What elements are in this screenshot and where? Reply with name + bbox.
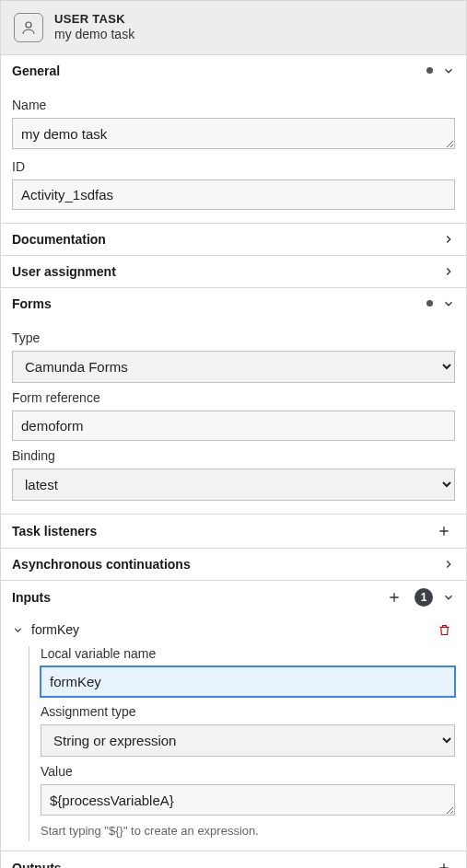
element-name-label: my demo task (54, 27, 134, 43)
section-user-assignment-header[interactable]: User assignment (1, 256, 466, 287)
element-type-label: USER TASK (54, 12, 134, 27)
section-forms-title: Forms (12, 296, 426, 311)
assignment-type-select[interactable]: String or expression (41, 724, 455, 757)
section-user-assignment: User assignment (1, 256, 466, 288)
inputs-count-badge: 1 (414, 588, 433, 607)
section-general: General Name my demo task ID (1, 55, 466, 224)
input-item: formKey Local variable name Assignment t… (1, 614, 466, 851)
add-input-button[interactable] (383, 588, 405, 607)
section-outputs-header[interactable]: Outputs (1, 851, 466, 868)
modified-dot-icon (426, 67, 433, 74)
section-user-assignment-title: User assignment (12, 264, 442, 279)
chevron-down-icon (442, 297, 455, 310)
section-task-listeners-header[interactable]: Task listeners (1, 515, 466, 548)
section-async-continuations-title: Asynchronous continuations (12, 557, 442, 572)
value-label: Value (41, 764, 455, 779)
form-reference-label: Form reference (12, 390, 455, 405)
section-task-listeners-title: Task listeners (12, 524, 433, 538)
section-documentation: Documentation (1, 224, 466, 256)
chevron-right-icon (442, 233, 455, 246)
local-variable-name-input[interactable] (41, 666, 455, 697)
local-variable-name-label: Local variable name (41, 646, 455, 661)
form-reference-input[interactable] (12, 411, 455, 441)
chevron-right-icon (442, 265, 455, 278)
chevron-down-icon (442, 64, 455, 77)
section-documentation-header[interactable]: Documentation (1, 224, 466, 255)
panel-header: USER TASK my demo task (1, 0, 466, 55)
trash-icon (438, 623, 451, 637)
binding-select[interactable]: latest (12, 469, 455, 501)
add-task-listener-button[interactable] (433, 522, 455, 540)
binding-label: Binding (12, 448, 455, 463)
plus-icon (437, 861, 451, 868)
input-item-name: formKey (31, 622, 426, 637)
section-async-continuations-header[interactable]: Asynchronous continuations (1, 549, 466, 580)
form-type-label: Type (12, 330, 455, 345)
section-outputs-title: Outputs (12, 861, 433, 868)
value-input[interactable]: ${processVariableA} (41, 784, 455, 816)
chevron-down-icon (12, 624, 24, 636)
user-task-icon (14, 13, 43, 42)
expression-hint: Start typing "${}" to create an expressi… (41, 824, 455, 838)
name-input[interactable]: my demo task (12, 118, 455, 149)
section-general-header[interactable]: General (1, 55, 466, 87)
section-forms-header[interactable]: Forms (1, 288, 466, 319)
section-inputs-header[interactable]: Inputs 1 (1, 581, 466, 614)
section-inputs: Inputs 1 formKey (1, 581, 466, 851)
section-outputs: Outputs (1, 851, 466, 868)
delete-input-button[interactable] (434, 621, 455, 639)
add-output-button[interactable] (433, 859, 455, 868)
form-type-select[interactable]: Camunda Forms (12, 351, 455, 383)
section-forms: Forms Type Camunda Forms Form reference … (1, 288, 466, 515)
section-async-continuations: Asynchronous continuations (1, 549, 466, 581)
chevron-down-icon (442, 591, 455, 604)
chevron-right-icon (442, 558, 455, 571)
section-task-listeners: Task listeners (1, 515, 466, 549)
section-general-title: General (12, 64, 426, 78)
plus-icon (387, 590, 402, 605)
plus-icon (437, 524, 451, 538)
id-label: ID (12, 159, 455, 174)
section-documentation-title: Documentation (12, 232, 442, 247)
assignment-type-label: Assignment type (41, 704, 455, 719)
svg-point-0 (26, 22, 31, 28)
id-input[interactable] (12, 179, 455, 210)
input-item-header[interactable]: formKey (12, 618, 455, 644)
section-inputs-title: Inputs (12, 590, 383, 605)
name-label: Name (12, 98, 455, 112)
modified-dot-icon (426, 300, 433, 307)
